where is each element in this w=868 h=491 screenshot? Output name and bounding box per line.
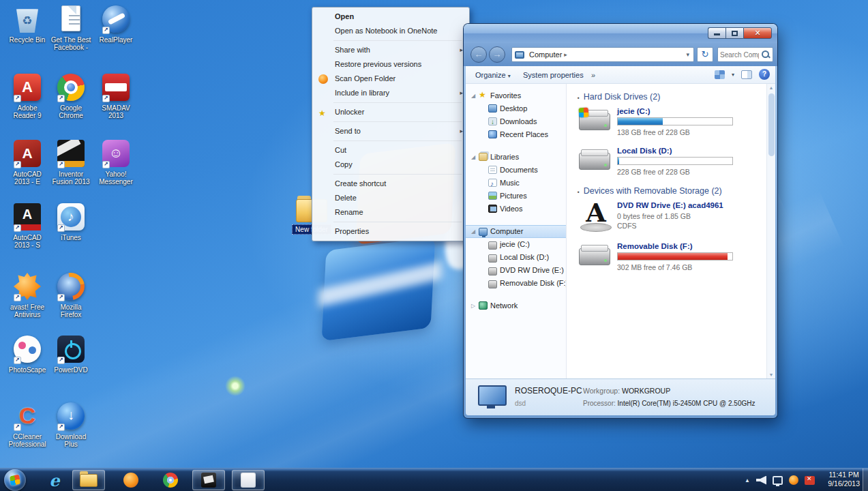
desktop-icon-firefox[interactable]: Mozilla Firefox [49, 273, 93, 318]
taskbar-windows-explorer[interactable] [72, 470, 105, 490]
menu-item-unlocker[interactable]: Unlocker [313, 105, 468, 119]
desktop-icon-photoscape[interactable]: PhotoScape [5, 336, 49, 374]
title-bar[interactable]: ✕ [464, 24, 777, 43]
expand-arrow-icon[interactable]: ◢ [471, 226, 475, 237]
search-box[interactable] [717, 47, 773, 62]
nav-downloads[interactable]: Downloads [466, 115, 566, 128]
menu-item-delete[interactable]: Delete [313, 191, 468, 205]
desktop-icon-itunes[interactable]: iTunes [49, 203, 93, 241]
back-button[interactable]: ← [470, 46, 487, 63]
nav-desktop[interactable]: Desktop [466, 102, 566, 115]
nav-computer[interactable]: ◢Computer [466, 225, 566, 238]
avast-tray-icon[interactable] [789, 475, 798, 485]
system-properties-button[interactable]: System properties [519, 69, 588, 81]
scroll-up-icon[interactable]: ▲ [767, 85, 775, 90]
desktop-icon-recycle-bin[interactable]: Recycle Bin [5, 5, 49, 44]
drive-item-d[interactable]: Local Disk (D:) 228 GB free of 228 GB [579, 147, 766, 177]
desktop-icon-realplayer[interactable]: RealPlayer [94, 5, 138, 44]
menu-item-rename[interactable]: Rename [313, 205, 468, 220]
menu-item-open-onenote[interactable]: Open as Notebook in OneNote [313, 24, 468, 38]
nav-drive-e[interactable]: DVD RW Drive (E:) ac [466, 264, 566, 277]
organize-button[interactable]: Organize▾ [471, 69, 515, 81]
desktop-icon-inventor-fusion[interactable]: Inventor Fusion 2013 [49, 140, 93, 185]
menu-item-include-in-library[interactable]: Include in library▸ [313, 86, 468, 100]
desktop-icon-ccleaner[interactable]: CCleaner Professional [5, 402, 49, 448]
taskbar-chrome[interactable] [154, 468, 187, 491]
nav-drive-f[interactable]: Removable Disk (F:) [466, 277, 566, 290]
menu-item-scan-folder[interactable]: Scan Open Folder [313, 72, 468, 86]
maximize-button[interactable] [725, 27, 743, 39]
scroll-down-icon[interactable]: ▼ [767, 372, 775, 377]
breadcrumb-computer[interactable]: Computer [527, 50, 564, 59]
address-dropdown-icon[interactable]: ▾ [685, 51, 691, 58]
address-bar[interactable]: Computer ▸ ▾ [511, 47, 694, 62]
vertical-scrollbar[interactable]: ▲ ▼ [766, 84, 775, 378]
desktop-icon-adobe-reader[interactable]: Adobe Reader 9 [5, 74, 49, 119]
nav-network[interactable]: ▷Network [466, 299, 566, 312]
taskbar-app-dark[interactable] [192, 470, 225, 490]
network-status-icon[interactable] [773, 476, 783, 485]
change-view-icon[interactable] [715, 70, 725, 79]
drive-name[interactable]: jecie (C:) [617, 107, 733, 115]
show-desktop-button[interactable] [863, 468, 868, 491]
collapse-arrow-icon[interactable]: ▷ [471, 299, 475, 312]
menu-item-copy[interactable]: Copy [313, 158, 468, 172]
nav-documents[interactable]: Documents [466, 164, 566, 177]
drive-name[interactable]: Local Disk (D:) [617, 147, 733, 155]
expand-arrow-icon[interactable]: ◢ [471, 151, 475, 164]
preview-pane-icon[interactable] [741, 70, 752, 79]
nav-libraries[interactable]: ◢Libraries [466, 151, 566, 164]
nav-favorites[interactable]: ◢Favorites [466, 89, 566, 102]
desktop-icon-chrome[interactable]: Google Chrome [49, 74, 93, 119]
search-input[interactable] [718, 51, 761, 59]
desktop-icon-avast[interactable]: avast! Free Antivirus [5, 273, 49, 318]
menu-item-send-to[interactable]: Send to▸ [313, 124, 468, 138]
nav-videos[interactable]: Videos [466, 203, 566, 215]
more-commands-chevron[interactable]: » [587, 69, 599, 81]
breadcrumb-arrow-icon[interactable]: ▸ [564, 51, 567, 58]
drive-name[interactable]: Removable Disk (F:) [617, 242, 733, 250]
help-icon[interactable]: ? [759, 69, 770, 80]
close-button[interactable]: ✕ [743, 27, 772, 39]
taskbar-clock[interactable]: 11:41 PM 9/16/2013 [828, 471, 860, 488]
drive-item-f[interactable]: Removable Disk (F:) 302 MB free of 7.46 … [579, 242, 766, 272]
drive-name[interactable]: DVD RW Drive (E:) acad4961 [617, 201, 723, 209]
action-center-icon[interactable] [805, 476, 815, 485]
nav-recent-places[interactable]: Recent Places [466, 128, 566, 141]
group-header-hard-disks[interactable]: ▪Hard Disk Drives (2) [578, 92, 766, 102]
show-hidden-icons-button[interactable]: ▲ [745, 477, 750, 483]
minimize-button[interactable] [708, 27, 725, 39]
taskbar-internet-explorer[interactable]: e [38, 468, 71, 491]
start-button[interactable] [4, 469, 26, 491]
desktop-icon-yahoo-messenger[interactable]: Yahoo! Messenger [94, 140, 138, 185]
desktop-icon-facebook-doc[interactable]: Get The Best Facebook - [49, 5, 93, 51]
refresh-button[interactable]: ↻ [697, 47, 713, 62]
menu-item-restore-previous-versions[interactable]: Restore previous versions [313, 57, 468, 72]
scrollbar-thumb[interactable] [768, 93, 775, 156]
views-dropdown-icon[interactable]: ▾ [732, 72, 734, 78]
menu-item-share-with[interactable]: Share with▸ [313, 43, 468, 57]
desktop-icon-smadav[interactable]: SMADAV 2013 [94, 74, 138, 119]
taskbar-app-light[interactable] [232, 470, 265, 490]
taskbar-avast[interactable] [115, 468, 147, 491]
menu-item-open[interactable]: Open [313, 10, 468, 24]
drive-item-e[interactable]: DVD RW Drive (E:) acad4961 0 bytes free … [579, 201, 766, 233]
search-icon[interactable] [761, 50, 770, 59]
nav-pictures[interactable]: Pictures [466, 190, 566, 203]
menu-item-properties[interactable]: Properties [313, 224, 468, 239]
nav-drive-c[interactable]: jecie (C:) [466, 238, 566, 251]
group-header-removable[interactable]: ▪Devices with Removable Storage (2) [578, 186, 766, 196]
desktop-icon-autocad[interactable]: AutoCAD 2013 - E [5, 140, 49, 185]
nav-drive-d[interactable]: Local Disk (D:) [466, 251, 566, 264]
expand-arrow-icon[interactable]: ◢ [471, 89, 475, 102]
drive-item-c[interactable]: jecie (C:) 138 GB free of 228 GB [579, 107, 766, 137]
volume-icon[interactable] [756, 476, 766, 485]
network-icon [479, 301, 488, 310]
forward-button[interactable]: → [489, 46, 505, 63]
desktop-icon-powerdvd[interactable]: PowerDVD [49, 336, 93, 374]
menu-item-create-shortcut[interactable]: Create shortcut [313, 177, 468, 191]
desktop-icon-download-plus[interactable]: Download Plus [49, 402, 93, 448]
desktop-icon-autocad-s[interactable]: AutoCAD 2013 - S [5, 203, 49, 249]
menu-item-cut[interactable]: Cut [313, 143, 468, 158]
nav-music[interactable]: Music [466, 177, 566, 190]
